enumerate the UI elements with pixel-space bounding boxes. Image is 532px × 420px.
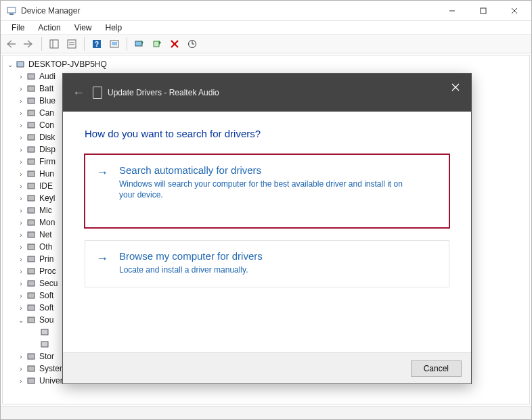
window-title: Device Manager [21, 6, 437, 16]
properties-button[interactable] [64, 36, 80, 52]
tree-item-label: Hun [39, 169, 54, 179]
scan-button[interactable] [106, 36, 123, 52]
menu-help[interactable]: Help [99, 22, 129, 34]
window-controls [437, 1, 530, 20]
tree-root[interactable]: ⌄DESKTOP-JVBP5HQ [4, 58, 528, 70]
show-hide-tree-button[interactable] [46, 36, 62, 52]
svg-rect-8 [68, 40, 76, 48]
svg-rect-0 [7, 7, 16, 13]
tree-expand-icon[interactable]: › [16, 353, 26, 360]
svg-rect-6 [50, 40, 58, 48]
tree-item-label: Can [39, 108, 54, 118]
svg-rect-15 [135, 41, 142, 46]
tree-expand-icon[interactable]: › [16, 134, 26, 141]
tree-expand-icon[interactable]: › [16, 256, 26, 263]
svg-rect-35 [28, 244, 35, 250]
device-category-icon [26, 83, 37, 94]
tree-item-label: Proc [39, 266, 56, 276]
help-button[interactable]: ? [89, 36, 105, 52]
device-category-icon [26, 302, 37, 313]
tree-expand-icon[interactable]: › [16, 280, 26, 287]
back-button[interactable] [3, 36, 20, 52]
toolbar-separator [127, 37, 127, 51]
svg-rect-38 [28, 281, 35, 286]
menu-view[interactable]: View [68, 22, 99, 34]
option-browse-computer[interactable]: → Browse my computer for drivers Locate … [85, 240, 449, 287]
tree-item-label: Firm [39, 157, 56, 166]
device-category-icon [26, 351, 37, 362]
tree-expand-icon[interactable]: › [16, 304, 26, 312]
device-category-icon [26, 254, 37, 264]
tree-expand-icon[interactable]: › [16, 377, 26, 385]
tree-expand-icon[interactable]: › [16, 231, 26, 239]
svg-rect-46 [28, 378, 35, 383]
sound-device-icon [39, 339, 50, 350]
tree-item-label: Audi [39, 72, 56, 81]
device-category-icon [26, 241, 37, 252]
svg-rect-29 [28, 171, 35, 177]
tree-item-label: Stor [39, 352, 54, 361]
tree-item-label: Sou [39, 315, 53, 325]
forward-button[interactable] [21, 36, 37, 52]
tree-expand-icon[interactable]: › [16, 268, 26, 275]
menu-action[interactable]: Action [31, 22, 67, 34]
titlebar: Device Manager [1, 1, 531, 21]
tree-expand-icon[interactable]: › [16, 97, 26, 105]
tree-expand-icon[interactable]: › [16, 110, 26, 117]
tree-item-label: Oth [39, 242, 52, 252]
tree-expand-icon[interactable]: ⌄ [5, 61, 15, 68]
tree-item-label: Secu [39, 279, 58, 288]
tree-item-label: IDE [39, 181, 53, 191]
tree-expand-icon[interactable]: › [16, 195, 26, 202]
dialog-body: How do you want to search for drivers? →… [63, 112, 471, 287]
dialog-close-button[interactable] [445, 79, 466, 95]
toolbar-separator [84, 37, 85, 51]
device-category-icon [26, 314, 37, 325]
uninstall-button[interactable] [167, 36, 183, 52]
tree-expand-icon[interactable]: › [16, 73, 26, 80]
device-category-icon [26, 375, 37, 386]
dialog-back-icon[interactable]: ← [72, 86, 86, 100]
tree-expand-icon[interactable]: › [16, 158, 26, 166]
device-category-icon [26, 205, 37, 216]
tree-item-label: Con [39, 120, 54, 130]
tree-expand-icon[interactable]: › [16, 207, 26, 214]
device-category-icon [26, 132, 37, 143]
tree-item-label: Mon [39, 218, 55, 227]
svg-rect-21 [28, 74, 35, 79]
tree-expand-icon[interactable]: › [16, 122, 26, 129]
svg-rect-25 [28, 122, 35, 128]
sound-device-icon [39, 327, 50, 337]
device-category-icon [26, 108, 37, 118]
close-button[interactable] [499, 1, 530, 20]
tree-expand-icon[interactable]: › [16, 85, 26, 93]
svg-rect-44 [28, 354, 35, 359]
svg-rect-22 [28, 86, 35, 91]
tree-expand-icon[interactable]: › [16, 365, 26, 373]
device-category-icon [26, 290, 37, 301]
svg-rect-42 [41, 329, 48, 335]
cancel-button[interactable]: Cancel [411, 360, 462, 377]
tree-expand-icon[interactable]: › [16, 183, 26, 190]
tree-item-label: Blue [39, 96, 56, 106]
enable-button[interactable] [149, 36, 165, 52]
tree-expand-icon[interactable]: › [16, 243, 26, 251]
tree-expand-icon[interactable]: › [16, 292, 26, 300]
device-category-icon [26, 181, 37, 191]
maximize-button[interactable] [468, 1, 499, 20]
tree-expand-icon[interactable]: ⌄ [16, 317, 26, 324]
svg-rect-43 [41, 342, 48, 347]
tree-expand-icon[interactable]: › [16, 170, 26, 178]
option-search-automatically[interactable]: → Search automatically for drivers Windo… [85, 154, 449, 228]
tree-item-label: Net [39, 230, 52, 239]
app-icon [6, 5, 17, 16]
dialog-device-icon [93, 87, 102, 99]
scan-hardware-button[interactable] [184, 36, 200, 52]
update-driver-button[interactable] [131, 36, 148, 52]
svg-rect-27 [28, 147, 35, 152]
device-category-icon [26, 193, 37, 204]
minimize-button[interactable] [437, 1, 468, 20]
tree-expand-icon[interactable]: › [16, 219, 26, 227]
menu-file[interactable]: File [5, 22, 31, 34]
tree-expand-icon[interactable]: › [16, 146, 26, 154]
